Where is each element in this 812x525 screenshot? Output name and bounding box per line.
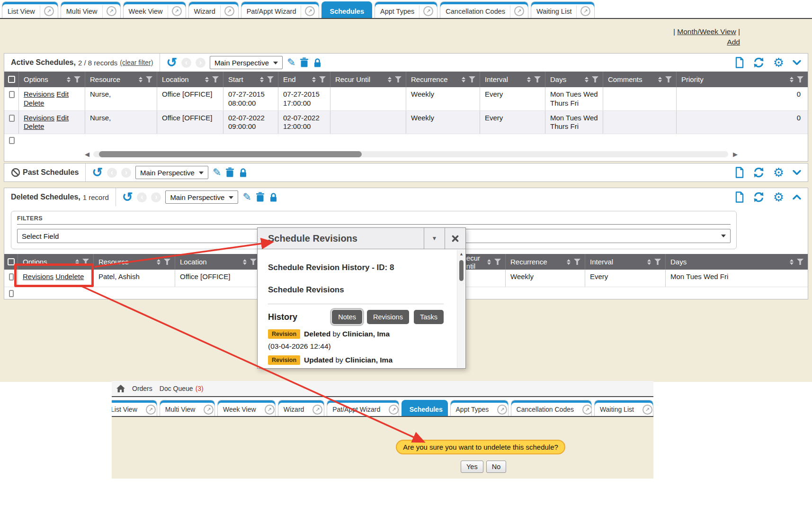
- prev-perspective-button[interactable]: ‹: [181, 58, 191, 68]
- open-new-window-icon[interactable]: ↗: [301, 4, 319, 16]
- delete-perspective-icon[interactable]: [300, 57, 309, 68]
- sort-icon[interactable]: [139, 77, 143, 82]
- sort-icon[interactable]: [647, 259, 651, 265]
- scroll-right-icon[interactable]: ▶: [733, 151, 738, 157]
- open-new-window-icon[interactable]: ↗: [510, 4, 528, 16]
- scrollbar-track[interactable]: [93, 151, 728, 157]
- filter-icon[interactable]: [395, 76, 402, 82]
- row-checkbox[interactable]: [9, 115, 15, 122]
- filter-icon[interactable]: [592, 76, 598, 82]
- mini-tab-schedules[interactable]: Schedules: [402, 400, 448, 416]
- report-icon[interactable]: [735, 167, 744, 178]
- lock-icon[interactable]: [313, 58, 322, 68]
- home-icon[interactable]: [116, 385, 125, 392]
- filter-icon[interactable]: [797, 76, 803, 82]
- report-icon[interactable]: [735, 57, 744, 68]
- dialog-header[interactable]: Schedule Revisions ▼: [258, 228, 465, 249]
- dialog-minimize-button[interactable]: ▼: [424, 228, 445, 249]
- sort-icon[interactable]: [260, 77, 264, 82]
- delete-perspective-icon[interactable]: [256, 192, 265, 202]
- sort-icon[interactable]: [790, 77, 794, 82]
- select-all-checkbox[interactable]: [4, 72, 18, 87]
- tab-week-view[interactable]: Week View↗: [123, 1, 186, 18]
- sort-icon[interactable]: [157, 259, 161, 265]
- month-week-view-link[interactable]: Month/Week View: [677, 27, 736, 36]
- filter-icon[interactable]: [797, 259, 803, 265]
- filter-icon[interactable]: [250, 259, 257, 265]
- sort-icon[interactable]: [567, 259, 571, 265]
- row-checkbox[interactable]: [9, 273, 14, 281]
- tab-wizard[interactable]: Wizard↗: [188, 1, 239, 18]
- gear-icon[interactable]: ⚙: [773, 166, 784, 179]
- filter-icon[interactable]: [469, 76, 475, 82]
- scroll-left-icon[interactable]: ◀: [85, 151, 89, 157]
- collapse-chevron-icon[interactable]: [793, 60, 801, 65]
- delete-link[interactable]: Delete: [24, 99, 44, 107]
- tab-waiting-list[interactable]: Waiting List↗: [531, 1, 595, 18]
- sort-icon[interactable]: [67, 77, 71, 82]
- filter-icon[interactable]: [494, 259, 501, 265]
- gear-icon[interactable]: ⚙: [773, 56, 784, 69]
- delete-link[interactable]: Delete: [24, 122, 44, 130]
- open-new-window-icon[interactable]: ↗: [261, 402, 276, 415]
- clear-filter-link[interactable]: (clear filter): [120, 59, 153, 66]
- open-new-window-icon[interactable]: ↗: [221, 4, 238, 16]
- scrollbar-thumb[interactable]: [99, 151, 362, 157]
- reset-icon[interactable]: ↺: [166, 58, 177, 67]
- filter-icon[interactable]: [665, 76, 672, 82]
- perspective-select[interactable]: Main Perspective: [135, 166, 208, 179]
- tab-pat-appt-wizard[interactable]: Pat/Appt Wizard↗: [241, 1, 320, 18]
- collapse-chevron-icon[interactable]: [793, 195, 801, 199]
- row-checkbox[interactable]: [9, 91, 15, 98]
- edit-link[interactable]: Edit: [56, 114, 69, 122]
- sort-icon[interactable]: [312, 77, 316, 82]
- filter-icon[interactable]: [574, 259, 580, 265]
- yes-button[interactable]: Yes: [461, 461, 483, 473]
- sort-icon[interactable]: [487, 259, 491, 265]
- tab-appt-types[interactable]: Appt Types↗: [375, 1, 437, 18]
- mini-tab-multi-view[interactable]: Multi View↗: [160, 400, 215, 416]
- next-perspective-button[interactable]: ›: [196, 58, 205, 68]
- reset-icon[interactable]: ↺: [92, 168, 103, 177]
- mini-tab-pat-appt-wizard[interactable]: Pat/Appt Wizard↗: [327, 400, 399, 416]
- refresh-icon[interactable]: [753, 167, 765, 178]
- reset-icon[interactable]: ↺: [122, 192, 133, 202]
- filter-icon[interactable]: [654, 259, 661, 265]
- open-new-window-icon[interactable]: ↗: [639, 402, 653, 415]
- tab-list-view[interactable]: List View↗: [2, 1, 58, 18]
- open-new-window-icon[interactable]: ↗: [103, 4, 120, 16]
- edit-perspective-icon[interactable]: ✎: [213, 167, 221, 178]
- tab-schedules[interactable]: Schedules: [321, 1, 372, 18]
- filter-icon[interactable]: [267, 76, 274, 82]
- open-new-window-icon[interactable]: ↗: [168, 4, 186, 16]
- mini-tab-cancellation-codes[interactable]: Cancellation Codes↗: [511, 400, 592, 416]
- scroll-up-icon[interactable]: ▲: [459, 252, 464, 256]
- mini-tab-wizard[interactable]: Wizard↗: [278, 400, 324, 416]
- refresh-icon[interactable]: [753, 191, 765, 203]
- delete-perspective-icon[interactable]: [225, 167, 234, 178]
- sort-icon[interactable]: [243, 259, 247, 265]
- open-new-window-icon[interactable]: ↗: [385, 402, 399, 415]
- filter-icon[interactable]: [212, 76, 219, 82]
- sort-icon[interactable]: [462, 77, 465, 82]
- open-new-window-icon[interactable]: ↗: [40, 4, 58, 16]
- doc-queue-link[interactable]: Doc Queue(3): [160, 385, 204, 392]
- sort-icon[interactable]: [585, 77, 589, 82]
- prev-perspective-button[interactable]: ‹: [137, 192, 147, 202]
- next-perspective-button[interactable]: ›: [121, 168, 131, 178]
- sort-icon[interactable]: [790, 259, 794, 265]
- mini-tab-waiting-list[interactable]: Waiting List↗: [594, 400, 653, 416]
- edit-perspective-icon[interactable]: ✎: [287, 57, 295, 68]
- sort-icon[interactable]: [205, 77, 209, 82]
- revisions-link[interactable]: Revisions: [24, 90, 54, 98]
- filter-icon[interactable]: [534, 76, 541, 82]
- open-new-window-icon[interactable]: ↗: [200, 402, 215, 415]
- revisions-link[interactable]: Revisions: [24, 114, 54, 122]
- dialog-close-button[interactable]: [445, 228, 465, 249]
- refresh-icon[interactable]: [753, 57, 765, 68]
- tab-cancellation-codes[interactable]: Cancellation Codes↗: [440, 1, 528, 18]
- next-perspective-button[interactable]: ›: [151, 192, 161, 202]
- mini-tab-list-view[interactable]: List View↗: [112, 400, 157, 416]
- filter-icon[interactable]: [164, 259, 170, 265]
- orders-link[interactable]: Orders: [132, 385, 152, 392]
